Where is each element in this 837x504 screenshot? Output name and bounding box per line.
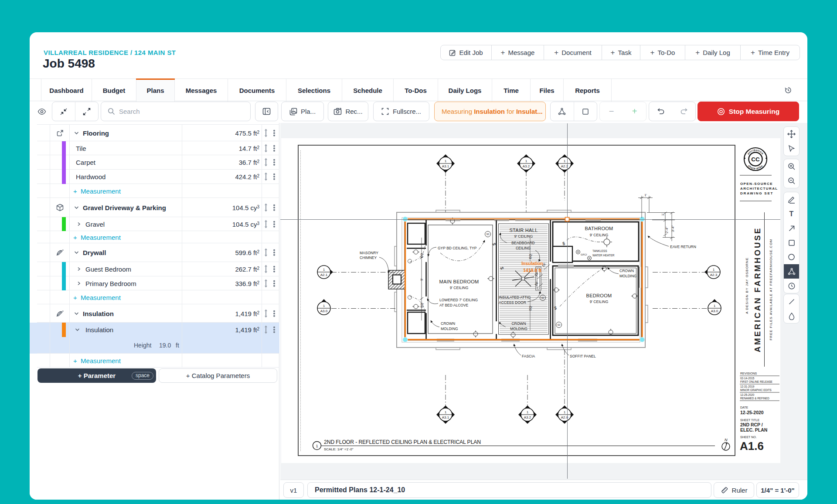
svg-text:BATHROOM: BATHROOM xyxy=(585,226,613,231)
svg-text:ARCHITECTURAL: ARCHITECTURAL xyxy=(740,187,778,191)
svg-text:GFCI: GFCI xyxy=(581,253,587,256)
svg-text:AMERICAN FARMHOUSE: AMERICAN FARMHOUSE xyxy=(753,227,762,352)
svg-text:CROWN: CROWN xyxy=(511,321,526,326)
svg-text:1: 1 xyxy=(323,268,325,272)
svg-text:MASONRY: MASONRY xyxy=(360,251,378,255)
svg-text:1: 1 xyxy=(564,410,565,414)
svg-text:A DESIGN BY JAY OSBORNE: A DESIGN BY JAY OSBORNE xyxy=(745,257,749,314)
svg-text:1': 1' xyxy=(644,193,647,197)
svg-text:RENAMED & REFINED: RENAMED & REFINED xyxy=(740,397,769,400)
svg-text:12-25-2020: 12-25-2020 xyxy=(740,410,764,415)
svg-text:9' CEILING: 9' CEILING xyxy=(590,300,609,304)
svg-text:1419.0 ft: 1419.0 ft xyxy=(523,268,542,273)
svg-text:EQ: EQ xyxy=(528,254,532,259)
svg-text:SHEET TITLE: SHEET TITLE xyxy=(740,419,759,422)
svg-text:INSULATED ATTIC: INSULATED ATTIC xyxy=(499,295,531,300)
svg-text:1: 1 xyxy=(316,444,318,448)
svg-text:9' CEILING: 9' CEILING xyxy=(450,286,469,290)
svg-text:EQ: EQ xyxy=(420,303,424,307)
svg-text:CROWN: CROWN xyxy=(619,269,634,273)
svg-text:A2.1: A2.1 xyxy=(320,273,328,277)
svg-text:2'-4": 2'-4" xyxy=(665,227,669,233)
svg-text:EQ: EQ xyxy=(528,306,532,310)
svg-text:A3.0: A3.0 xyxy=(711,309,718,313)
svg-text:MOLDING: MOLDING xyxy=(510,327,527,331)
svg-text:SHEET NO.: SHEET NO. xyxy=(740,436,757,439)
svg-text:FIRST ONLINE RELEASE: FIRST ONLINE RELEASE xyxy=(740,380,772,383)
svg-text:2ND FLOOR - REFLECTED CEILING: 2ND FLOOR - REFLECTED CEILING PLAN & ELE… xyxy=(324,439,481,445)
svg-text:A2.3: A2.3 xyxy=(710,273,718,277)
svg-text:A3.1: A3.1 xyxy=(442,415,449,419)
svg-text:MAIN BEDROOM: MAIN BEDROOM xyxy=(439,279,479,284)
svg-text:BEDROOM: BEDROOM xyxy=(586,293,612,298)
svg-text:9' CEILING: 9' CEILING xyxy=(514,234,533,238)
svg-text:MINOR GRAPHIC EDITS: MINOR GRAPHIC EDITS xyxy=(740,388,772,392)
svg-text:Insulation: Insulation xyxy=(521,261,543,266)
svg-text:CHIMNEY: CHIMNEY xyxy=(360,255,377,260)
svg-text:STAIR HALL: STAIR HALL xyxy=(509,228,538,233)
svg-text:12-25-2020: 12-25-2020 xyxy=(740,393,755,396)
svg-text:TANKLESS: TANKLESS xyxy=(592,249,607,252)
svg-text:5': 5' xyxy=(420,278,424,281)
svg-text:SD: SD xyxy=(558,324,561,326)
svg-text:1: 1 xyxy=(564,159,565,163)
svg-text:ACCESS DOOR: ACCESS DOOR xyxy=(499,300,526,305)
svg-text:SOFFIT PANEL: SOFFIT PANEL xyxy=(570,354,596,358)
svg-text:A3.2: A3.2 xyxy=(524,415,531,419)
svg-text:1: 1 xyxy=(527,410,528,414)
svg-text:A1.6: A1.6 xyxy=(740,439,764,453)
svg-text:02-14-2015: 02-14-2015 xyxy=(740,377,755,380)
svg-text:MOLDING: MOLDING xyxy=(619,274,637,278)
svg-text:1: 1 xyxy=(714,304,715,308)
svg-text:1': 1' xyxy=(661,213,665,216)
svg-text:EQ: EQ xyxy=(420,253,424,258)
svg-text:ELEC. PLAN: ELEC. PLAN xyxy=(740,427,767,432)
svg-text:3'-4": 3'-4" xyxy=(671,225,675,232)
svg-text:12-31-2019: 12-31-2019 xyxy=(740,385,755,388)
svg-text:CROWN: CROWN xyxy=(441,321,455,326)
svg-text:BEADBOARD: BEADBOARD xyxy=(511,241,534,245)
svg-text:MOLDING: MOLDING xyxy=(441,327,458,331)
svg-text:SD: SD xyxy=(487,233,490,235)
svg-text:GYP BD CEILING, TYP: GYP BD CEILING, TYP xyxy=(438,246,477,250)
svg-text:FREE FILES AVAILABLE AT FREEFA: FREE FILES AVAILABLE AT FREEFARMHOUSE.CO… xyxy=(769,239,773,341)
svg-text:A3.1: A3.1 xyxy=(442,164,449,168)
svg-text:1: 1 xyxy=(713,268,715,272)
svg-text:OPEN-SOURCE: OPEN-SOURCE xyxy=(740,182,773,186)
svg-text:CC: CC xyxy=(751,156,760,163)
svg-text:2ND RCP /: 2ND RCP / xyxy=(740,422,763,427)
svg-text:EAVE RETURN: EAVE RETURN xyxy=(670,245,696,249)
svg-text:N: N xyxy=(725,438,728,442)
svg-text:DRAWING SET: DRAWING SET xyxy=(740,191,773,195)
svg-text:REVISIONS: REVISIONS xyxy=(740,372,757,375)
svg-text:FASCIA: FASCIA xyxy=(522,354,535,358)
svg-text:WATER HEATER: WATER HEATER xyxy=(592,254,615,257)
svg-text:1: 1 xyxy=(323,304,325,308)
svg-text:A3.2: A3.2 xyxy=(523,164,530,168)
svg-text:1: 1 xyxy=(445,410,446,414)
svg-text:DATE: DATE xyxy=(740,406,748,409)
svg-text:1: 1 xyxy=(445,159,446,163)
svg-text:LOWERED 7' CEILING: LOWERED 7' CEILING xyxy=(439,298,478,302)
svg-text:AT BED ALCOVE: AT BED ALCOVE xyxy=(439,303,469,307)
svg-text:CEILING: CEILING xyxy=(516,246,531,250)
svg-text:SCALE: 1/4" =1'-0": SCALE: 1/4" =1'-0" xyxy=(324,447,354,451)
svg-text:A3.0: A3.0 xyxy=(320,309,328,313)
svg-text:9' CEILING: 9' CEILING xyxy=(590,233,609,237)
svg-text:SD: SD xyxy=(541,296,544,299)
svg-text:1: 1 xyxy=(525,159,527,163)
